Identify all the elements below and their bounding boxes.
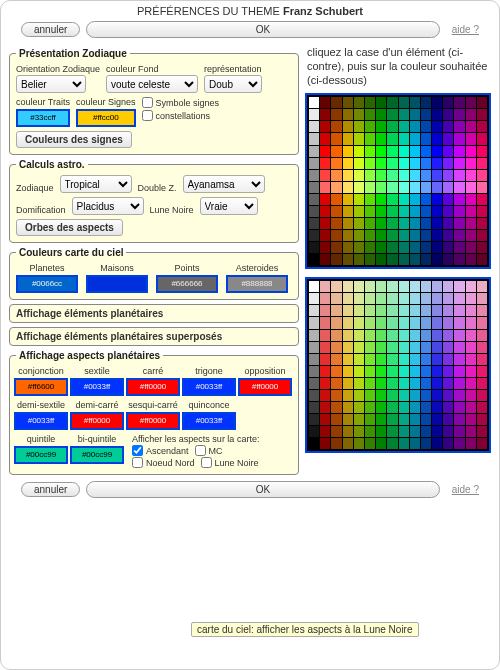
palette-cell[interactable]	[477, 242, 487, 253]
palette-cell[interactable]	[421, 230, 431, 241]
palette-cell[interactable]	[354, 414, 364, 425]
noeud-checkbox-row[interactable]: Noeud Nord	[132, 457, 195, 468]
palette-cell[interactable]	[354, 293, 364, 304]
palette-cell[interactable]	[320, 390, 330, 401]
asc-checkbox[interactable]	[132, 445, 143, 456]
palette-cell[interactable]	[387, 305, 397, 316]
palette-cell[interactable]	[343, 342, 353, 353]
palette-cell[interactable]	[387, 414, 397, 425]
palette-cell[interactable]	[454, 242, 464, 253]
palette-cell[interactable]	[454, 426, 464, 437]
palette-cell[interactable]	[466, 342, 476, 353]
palette-cell[interactable]	[354, 342, 364, 353]
palette-cell[interactable]	[410, 230, 420, 241]
palette-cell[interactable]	[454, 97, 464, 108]
palette-cell[interactable]	[320, 170, 330, 181]
palette-cell[interactable]	[376, 230, 386, 241]
aspect-swatch[interactable]: #ff0000	[70, 412, 124, 430]
aspect-swatch[interactable]: #00cc99	[14, 446, 68, 464]
aspect-swatch[interactable]: #ff0000	[126, 412, 180, 430]
palette-cell[interactable]	[331, 121, 341, 132]
palette-cell[interactable]	[365, 305, 375, 316]
palette-cell[interactable]	[454, 281, 464, 292]
palette-cell[interactable]	[477, 218, 487, 229]
palette-cell[interactable]	[432, 146, 442, 157]
palette-cell[interactable]	[354, 402, 364, 413]
palette-cell[interactable]	[331, 206, 341, 217]
palette-cell[interactable]	[466, 109, 476, 120]
palette-cell[interactable]	[454, 158, 464, 169]
palette-cell[interactable]	[421, 146, 431, 157]
palette-cell[interactable]	[320, 242, 330, 253]
palette-cell[interactable]	[387, 206, 397, 217]
palette-cell[interactable]	[309, 438, 319, 449]
palette-cell[interactable]	[443, 97, 453, 108]
palette-cell[interactable]	[454, 330, 464, 341]
palette-cell[interactable]	[331, 218, 341, 229]
lune-select[interactable]: Vraie	[200, 197, 258, 215]
palette-cell[interactable]	[399, 305, 409, 316]
palette-cell[interactable]	[399, 170, 409, 181]
palette-cell[interactable]	[421, 206, 431, 217]
palette-cell[interactable]	[387, 293, 397, 304]
palette-cell[interactable]	[410, 354, 420, 365]
palette-cell[interactable]	[399, 158, 409, 169]
palette-cell[interactable]	[432, 317, 442, 328]
palette-cell[interactable]	[410, 218, 420, 229]
palette-cell[interactable]	[466, 206, 476, 217]
palette-cell[interactable]	[477, 133, 487, 144]
palette-cell[interactable]	[454, 354, 464, 365]
palette-cell[interactable]	[454, 146, 464, 157]
palette-cell[interactable]	[432, 438, 442, 449]
palette-cell[interactable]	[432, 182, 442, 193]
palette-cell[interactable]	[410, 146, 420, 157]
palette-cell[interactable]	[399, 254, 409, 265]
zodiac-calc-select[interactable]: Tropical	[60, 175, 132, 193]
palette-cell[interactable]	[477, 254, 487, 265]
palette-cell[interactable]	[421, 402, 431, 413]
palette-cell[interactable]	[365, 109, 375, 120]
mc-checkbox[interactable]	[195, 445, 206, 456]
palette-cell[interactable]	[320, 342, 330, 353]
palette-cell[interactable]	[454, 121, 464, 132]
palette-cell[interactable]	[399, 182, 409, 193]
palette-cell[interactable]	[421, 390, 431, 401]
palette-cell[interactable]	[410, 133, 420, 144]
palette-cell[interactable]	[343, 254, 353, 265]
palette-cell[interactable]	[432, 218, 442, 229]
palette-cell[interactable]	[477, 281, 487, 292]
palette-cell[interactable]	[466, 218, 476, 229]
palette-cell[interactable]	[354, 206, 364, 217]
palette-cell[interactable]	[365, 426, 375, 437]
palette-cell[interactable]	[399, 242, 409, 253]
palette-cell[interactable]	[387, 158, 397, 169]
palette-cell[interactable]	[331, 97, 341, 108]
palette-cell[interactable]	[354, 194, 364, 205]
palette-cell[interactable]	[343, 230, 353, 241]
palette-cell[interactable]	[331, 414, 341, 425]
palette-cell[interactable]	[376, 426, 386, 437]
palette-cell[interactable]	[454, 182, 464, 193]
palette-cell[interactable]	[309, 281, 319, 292]
palette-cell[interactable]	[466, 378, 476, 389]
palette-cell[interactable]	[376, 109, 386, 120]
palette-cell[interactable]	[477, 293, 487, 304]
palette-cell[interactable]	[399, 230, 409, 241]
palette-cell[interactable]	[387, 121, 397, 132]
palette-cell[interactable]	[432, 97, 442, 108]
palette-cell[interactable]	[331, 293, 341, 304]
palette-cell[interactable]	[343, 133, 353, 144]
palette-cell[interactable]	[466, 133, 476, 144]
palette-cell[interactable]	[410, 317, 420, 328]
palette-cell[interactable]	[421, 218, 431, 229]
palette-cell[interactable]	[421, 109, 431, 120]
palette-cell[interactable]	[466, 230, 476, 241]
cancel-button-bottom[interactable]: annuler	[21, 482, 80, 497]
palette-cell[interactable]	[443, 170, 453, 181]
constellations-checkbox-row[interactable]: constellations	[142, 110, 220, 121]
palette-cell[interactable]	[399, 426, 409, 437]
palette-cell[interactable]	[343, 218, 353, 229]
traits-swatch[interactable]: #33ccff	[16, 109, 70, 127]
palette-cell[interactable]	[466, 293, 476, 304]
palette-cell[interactable]	[365, 281, 375, 292]
